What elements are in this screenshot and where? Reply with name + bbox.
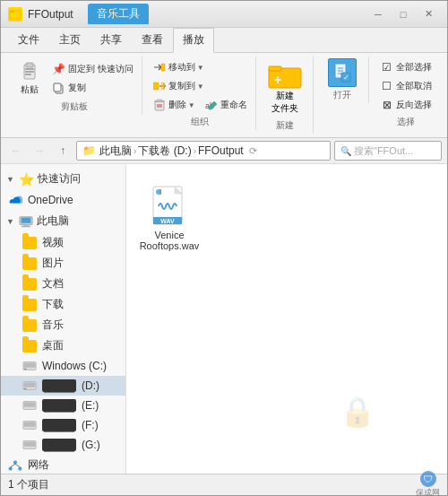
tab-play[interactable]: 播放 [173,28,214,53]
svg-rect-1 [10,11,14,13]
sidebar-item-video[interactable]: 视频 [1,232,125,253]
new-label: 新建 [276,119,294,132]
organize-row1: 移动到 ▼ [149,58,251,76]
network-label: 网络 [28,457,49,473]
video-label: 视频 [42,235,64,250]
active-title-tab[interactable]: 音乐工具 [88,4,149,24]
title-bar: FFOutput 音乐工具 ─ □ ✕ [1,1,447,28]
search-placeholder: 搜索"FFOut... [354,144,413,158]
svg-rect-11 [161,83,165,90]
sidebar-item-desktop[interactable]: 桌面 [1,335,125,356]
svg-rect-36 [24,382,35,387]
close-button[interactable]: ✕ [417,5,440,23]
svg-rect-20 [269,66,281,71]
search-box[interactable]: 🔍 搜索"FFOut... [334,141,442,161]
sidebar-item-network[interactable]: 网络 [1,455,125,474]
sidebar: ▼ ⭐ 快速访问 OneDrive ▼ [1,164,126,474]
sidebar-item-drive-f[interactable]: ████ (F:) [1,415,125,435]
rename-label: 重命名 [220,99,247,111]
tab-view[interactable]: 查看 [132,28,173,52]
paste-label: 粘贴 [21,83,39,96]
svg-rect-43 [24,441,35,446]
quick-access-header[interactable]: ▼ ⭐ 快速访问 [1,168,125,190]
move-label: 移动到 [168,61,195,74]
pin-icon: 📌 [52,62,66,76]
new-group: + 新建文件夹 新建 [258,57,314,134]
deselect-all-button[interactable]: ☐ 全部取消 [376,77,435,95]
paste-button[interactable]: 粘贴 [13,58,47,99]
refresh-icon[interactable]: ⟳ [249,145,257,157]
copy-button[interactable]: 复制 [48,79,137,97]
copy-to-button[interactable]: 复制到 ▼ [149,77,208,95]
pictures-folder-icon [22,257,37,271]
app-icon [8,7,22,22]
main-area: ▼ ⭐ 快速访问 OneDrive ▼ [1,164,447,474]
delete-icon [152,98,167,112]
sidebar-item-downloads[interactable]: 下载 [1,294,125,315]
drive-f-icon [22,418,37,432]
svg-text:WAV: WAV [160,218,175,224]
clipboard-label: 剪贴板 [61,100,88,113]
music-folder-icon [22,318,37,333]
copy-to-label: 复制到 [168,80,195,92]
properties-button[interactable]: ✓ [328,58,357,87]
sidebar-item-drive-d[interactable]: ████ (D:) [1,376,125,396]
drive-g-label: ████ [42,439,76,451]
windows-c-label: Windows (C:) [42,360,107,372]
tab-share[interactable]: 共享 [90,28,132,52]
svg-rect-30 [22,224,29,226]
back-button[interactable]: ← [6,141,26,161]
rename-button[interactable]: ab 重命名 [201,96,251,114]
sidebar-item-pictures[interactable]: 图片 [1,253,125,274]
sidebar-item-onedrive[interactable]: OneDrive [1,190,125,210]
status-right: 🛡 保成网 [416,471,440,496]
svg-rect-37 [24,388,27,389]
svg-rect-17 [157,100,162,101]
copy-label: 复制 [68,82,86,94]
tab-home[interactable]: 主页 [49,28,90,52]
sidebar-item-documents[interactable]: 文档 [1,274,125,294]
forward-button[interactable]: → [30,141,49,161]
documents-label: 文档 [42,276,64,292]
path-segment-folder-icon: 📁 [82,144,96,157]
deselect-all-icon: ☐ [380,79,394,93]
tab-file[interactable]: 文件 [8,28,49,52]
new-folder-button[interactable]: + 新建文件夹 [263,58,307,117]
paste-icon [19,61,40,83]
sidebar-item-drive-g[interactable]: ████ (G:) [1,435,125,455]
maximize-button[interactable]: □ [392,5,415,23]
pin-button[interactable]: 📌 固定到 快速访问 [48,60,137,78]
window-title: FFOutput [28,8,73,21]
downloads-label: 下载 [42,297,64,312]
sidebar-item-windows-c[interactable]: Windows (C:) [1,356,125,376]
invert-selection-button[interactable]: ⊠ 反向选择 [376,96,435,114]
select-all-button[interactable]: ☑ 全部选择 [376,58,435,76]
network-icon [8,458,22,473]
delete-button[interactable]: 删除 ▼ [149,96,199,114]
sidebar-item-music[interactable]: 音乐 [1,315,125,335]
up-button[interactable]: ↑ [53,141,73,161]
title-bar-left: FFOutput 音乐工具 [8,4,366,24]
path-arrow-1: › [134,146,136,156]
onedrive-icon [8,193,22,207]
svg-rect-41 [24,422,35,426]
move-icon [152,60,167,74]
address-path[interactable]: 📁 此电脑 › 下载卷 (D:) › FFOutput ⟳ [76,141,331,161]
copy-dropdown-arrow: ▼ [197,83,204,91]
file-item-wav[interactable]: WAV Venice Rooftops.wav [134,180,205,256]
sidebar-item-drive-e[interactable]: ████ (E:) [1,396,125,415]
minimize-button[interactable]: ─ [366,5,390,23]
watermark-shield-icon: 🛡 [420,471,436,487]
svg-rect-31 [22,226,31,227]
drive-e-suffix: (E:) [82,399,99,412]
svg-line-47 [11,464,15,467]
svg-rect-6 [25,74,31,75]
this-pc-header[interactable]: ▼ 此电脑 [1,210,125,232]
content-area[interactable]: WAV Venice Rooftops.wav 🔒 [126,164,447,474]
svg-rect-34 [24,369,27,370]
svg-rect-29 [22,217,31,222]
drive-g-icon [22,438,37,452]
this-pc-label: 此电脑 [37,213,69,229]
move-button[interactable]: 移动到 ▼ [149,58,208,76]
path-segment-ffoutput: FFOutput [198,144,244,157]
